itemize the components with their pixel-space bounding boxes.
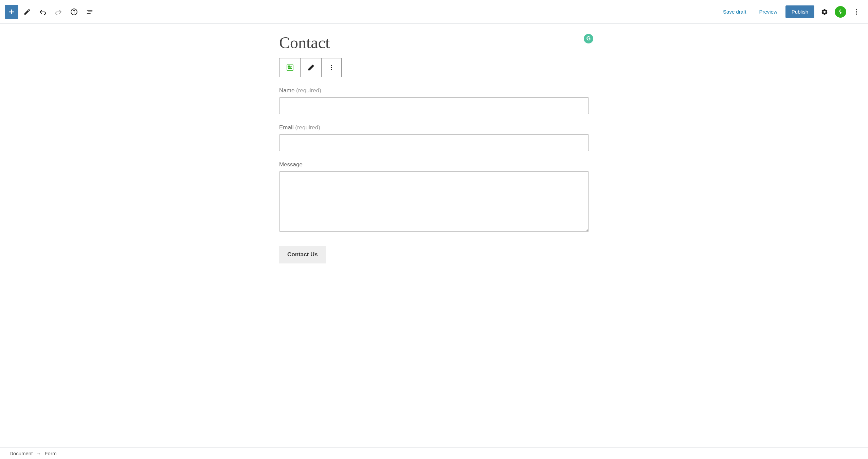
jetpack-icon: [837, 8, 844, 15]
name-input[interactable]: [279, 97, 589, 114]
info-icon: [70, 8, 78, 16]
svg-point-9: [856, 11, 857, 12]
more-menu-button[interactable]: [850, 5, 863, 19]
svg-point-10: [856, 13, 857, 14]
preview-button[interactable]: Preview: [754, 5, 782, 18]
form-field-email: Email (required): [279, 124, 589, 151]
more-vertical-icon: [853, 8, 860, 16]
publish-button[interactable]: Publish: [785, 5, 814, 18]
email-label-text: Email: [279, 124, 294, 131]
block-toolbar: [279, 58, 342, 77]
email-label: Email (required): [279, 124, 589, 131]
email-input[interactable]: [279, 134, 589, 151]
form-block-icon: [286, 63, 294, 72]
outline-button[interactable]: [83, 5, 96, 19]
name-label-text: Name: [279, 87, 294, 94]
jetpack-button[interactable]: [835, 6, 846, 18]
submit-button[interactable]: Contact Us: [279, 246, 326, 263]
email-required-text: (required): [295, 124, 320, 131]
redo-button[interactable]: [52, 5, 65, 19]
pencil-icon: [308, 64, 314, 71]
editor-content: Contact G Name (required) Email (require…: [279, 24, 589, 263]
save-draft-button[interactable]: Save draft: [718, 5, 751, 18]
edit-mode-button[interactable]: [20, 5, 34, 19]
add-block-button[interactable]: [5, 5, 18, 19]
block-more-button[interactable]: [322, 58, 341, 77]
svg-rect-12: [288, 66, 289, 67]
outline-icon: [86, 8, 93, 16]
toolbar-left: [5, 5, 96, 19]
message-textarea[interactable]: [279, 171, 589, 232]
top-toolbar: Save draft Preview Publish: [0, 0, 868, 24]
gear-icon: [821, 8, 828, 16]
settings-button[interactable]: [818, 5, 831, 19]
pencil-icon: [23, 8, 31, 16]
info-button[interactable]: [67, 5, 81, 19]
message-label: Message: [279, 161, 589, 168]
svg-point-17: [331, 67, 332, 68]
svg-point-18: [331, 69, 332, 70]
message-label-text: Message: [279, 161, 303, 168]
form-field-name: Name (required): [279, 87, 589, 114]
undo-icon: [39, 8, 47, 16]
svg-point-4: [74, 10, 74, 11]
form-field-message: Message: [279, 161, 589, 233]
block-type-button[interactable]: [279, 58, 301, 77]
block-edit-button[interactable]: [301, 58, 322, 77]
undo-button[interactable]: [36, 5, 50, 19]
svg-point-8: [856, 9, 857, 10]
plus-icon: [7, 8, 16, 16]
svg-point-16: [331, 65, 332, 66]
redo-icon: [54, 8, 62, 16]
name-required-text: (required): [296, 87, 321, 94]
more-vertical-icon: [328, 64, 335, 71]
name-label: Name (required): [279, 87, 589, 94]
toolbar-right: Save draft Preview Publish: [718, 5, 863, 19]
page-title[interactable]: Contact: [279, 33, 589, 52]
grammarly-badge[interactable]: G: [584, 34, 593, 43]
